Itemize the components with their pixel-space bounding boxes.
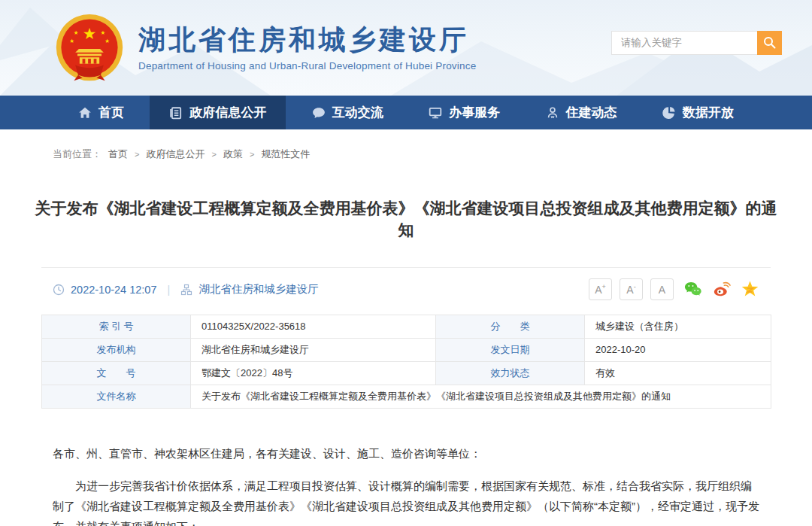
meta-separator: |: [168, 284, 171, 296]
svg-text:★: ★: [83, 24, 97, 41]
breadcrumb: 当前位置： 首页 > 政府信息公开 > 政策 > 规范性文件: [53, 147, 759, 161]
breadcrumb-normative-docs[interactable]: 规范性文件: [261, 147, 310, 161]
nav-item-label: 首页: [98, 104, 124, 121]
nav-item-services[interactable]: 办事服务: [409, 96, 520, 129]
svg-text:★: ★: [69, 38, 74, 44]
document-body: 各市、州、直管市、神农架林区住建局，各有关建设、设计、施工、造价咨询等单位： 为…: [53, 443, 759, 526]
info-label-issue-date: 发文日期: [436, 338, 585, 361]
nav-item-label: 办事服务: [449, 104, 500, 121]
article-title: 关于发布《湖北省建设工程概算定额及全费用基价表》《湖北省建设项目总投资组成及其他…: [30, 197, 782, 242]
article-meta: 2022-10-24 12:07 | 湖北省住房和城乡建设厅 A+ A- A: [53, 268, 759, 312]
table-row: 文件名称 关于发布《湖北省建设工程概算定额及全费用基价表》《湖北省建设项目总投资…: [42, 385, 771, 408]
organization-icon: [180, 284, 192, 296]
info-value-doc-number: 鄂建文〔2022〕48号: [191, 361, 436, 385]
table-row: 文 号 鄂建文〔2022〕48号 效力状态 有效: [42, 361, 771, 385]
info-value-issue-date: 2022-10-20: [585, 338, 771, 361]
info-label-category: 分 类: [436, 315, 585, 338]
font-increase-button[interactable]: A+: [589, 278, 612, 300]
info-label-issuing-agency: 发布机构: [42, 338, 191, 361]
document-icon: [169, 106, 183, 120]
info-value-index-number: 01104325X/2022-35618: [191, 315, 436, 338]
table-row: 索 引 号 01104325X/2022-35618 分 类 城乡建设（含住房）: [42, 315, 771, 338]
info-label-index-number: 索 引 号: [42, 315, 191, 338]
weibo-share-icon[interactable]: [712, 280, 731, 299]
search-box: [611, 31, 782, 55]
home-icon: [78, 106, 92, 120]
breadcrumb-home[interactable]: 首页: [108, 147, 128, 161]
svg-text:★: ★: [74, 29, 79, 36]
qzone-star-icon[interactable]: [741, 280, 759, 299]
breadcrumb-separator: >: [250, 150, 254, 159]
breadcrumb-gov-info[interactable]: 政府信息公开: [146, 147, 205, 161]
person-icon: [546, 106, 559, 120]
info-value-category: 城乡建设（含住房）: [585, 315, 771, 338]
nav-item-gov-info[interactable]: 政府信息公开: [150, 96, 286, 129]
main-nav: 首页 政府信息公开 互动交流 办事服务: [0, 96, 812, 129]
article-meta-left: 2022-10-24 12:07 | 湖北省住房和城乡建设厅: [53, 282, 319, 296]
info-value-validity-status: 有效: [585, 361, 771, 385]
nav-item-label: 互动交流: [332, 104, 383, 121]
nav-item-news[interactable]: 住建动态: [526, 96, 637, 129]
search-input[interactable]: [611, 31, 757, 55]
page: ★ ★ ★ ★ ★ 湖北省住房和城乡建设厅 Department of Hous…: [0, 0, 812, 526]
table-row: 发布机构 湖北省住房和城乡建设厅 发文日期 2022-10-20: [42, 338, 771, 361]
article-source[interactable]: 湖北省住房和城乡建设厅: [198, 282, 319, 296]
nav-item-label: 住建动态: [566, 104, 617, 121]
body-paragraph-intro: 为进一步完善我省计价依据体系，满足工程项目投资估算、设计概算的编制需要，根据国家…: [53, 476, 759, 526]
info-value-doc-title: 关于发布《湖北省建设工程概算定额及全费用基价表》《湖北省建设项目总投资组成及其他…: [191, 385, 771, 408]
info-label-validity-status: 效力状态: [436, 361, 585, 385]
info-label-doc-number: 文 号: [42, 361, 191, 385]
pie-chart-icon: [662, 106, 676, 120]
site-brand[interactable]: ★ ★ ★ ★ ★ 湖北省住房和城乡建设厅 Department of Hous…: [54, 13, 476, 84]
chat-icon: [312, 106, 326, 120]
wechat-share-icon[interactable]: [683, 280, 702, 299]
article-meta-right: A+ A- A: [589, 278, 759, 300]
brand-text: 湖北省住房和城乡建设厅 Department of Housing and Ur…: [138, 24, 476, 71]
site-subtitle: Department of Housing and Urban-Rural De…: [138, 60, 476, 71]
nav-item-label: 数据开放: [683, 104, 734, 121]
search-icon: [763, 36, 776, 49]
nav-item-label: 政府信息公开: [189, 104, 266, 121]
nav-item-home[interactable]: 首页: [59, 96, 144, 129]
site-header: ★ ★ ★ ★ ★ 湖北省住房和城乡建设厅 Department of Hous…: [0, 0, 812, 96]
breadcrumb-prefix: 当前位置：: [53, 147, 102, 161]
national-emblem-logo: ★ ★ ★ ★ ★: [54, 13, 125, 84]
info-value-issuing-agency: 湖北省住房和城乡建设厅: [191, 338, 436, 361]
body-paragraph-salutation: 各市、州、直管市、神农架林区住建局，各有关建设、设计、施工、造价咨询等单位：: [53, 443, 759, 464]
svg-text:★: ★: [105, 38, 110, 44]
clock-icon: [53, 284, 65, 296]
site-title: 湖北省住房和城乡建设厅: [138, 24, 476, 55]
breadcrumb-separator: >: [135, 150, 139, 159]
monitor-icon: [429, 106, 442, 120]
search-button[interactable]: [757, 31, 782, 55]
breadcrumb-separator: >: [211, 150, 216, 159]
nav-item-data[interactable]: 数据开放: [643, 96, 753, 129]
font-decrease-button[interactable]: A-: [620, 278, 643, 300]
nav-item-interaction[interactable]: 互动交流: [292, 96, 403, 129]
document-info-table: 索 引 号 01104325X/2022-35618 分 类 城乡建设（含住房）…: [41, 315, 771, 409]
font-reset-button[interactable]: A: [650, 278, 674, 300]
svg-text:★: ★: [100, 29, 105, 36]
info-label-doc-title: 文件名称: [42, 385, 191, 408]
breadcrumb-policy[interactable]: 政策: [223, 147, 243, 161]
publish-time: 2022-10-24 12:07: [71, 284, 157, 296]
